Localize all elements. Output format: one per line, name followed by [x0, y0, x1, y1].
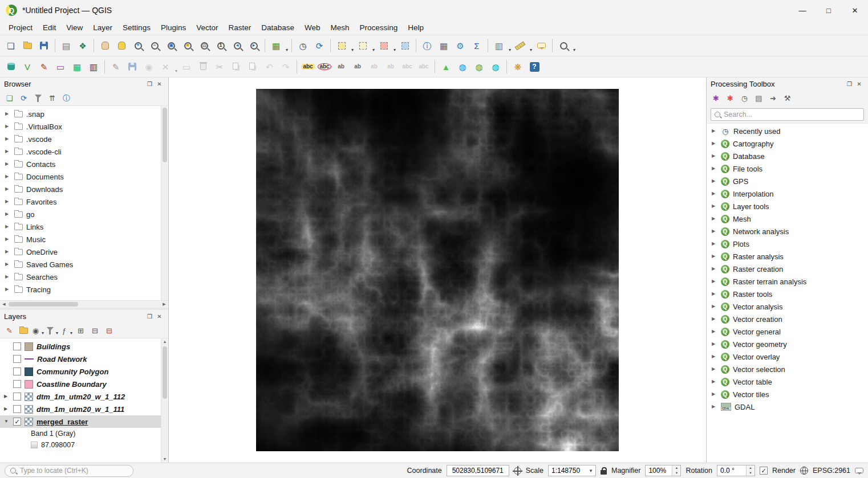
undo-button[interactable]: ↶ — [261, 59, 277, 75]
geonode-button[interactable]: ◍ — [488, 59, 504, 75]
toolbox-group[interactable]: ▶QLayer tools — [707, 200, 868, 213]
dropdown-caret-icon[interactable]: ▾ — [70, 331, 72, 336]
chevron-right-icon[interactable]: ▶ — [4, 407, 10, 411]
open-layer-styling-panel-button[interactable]: ✎ — [3, 324, 16, 337]
menu-plugins[interactable]: Plugins — [156, 21, 191, 35]
new-map-view-button[interactable]: ▦▾ — [268, 38, 289, 54]
layer-visibility-checkbox[interactable] — [13, 393, 21, 401]
close-panel-icon[interactable]: ✕ — [155, 314, 164, 320]
menu-vector[interactable]: Vector — [191, 21, 223, 35]
menu-mesh[interactable]: Mesh — [326, 21, 355, 35]
locate-box[interactable] — [5, 465, 133, 477]
add-group-button[interactable] — [17, 324, 30, 337]
chevron-right-icon[interactable]: ▶ — [5, 162, 11, 166]
scroll-right-icon[interactable]: ▶ — [160, 302, 168, 307]
chevron-right-icon[interactable]: ▶ — [712, 254, 717, 259]
spin-down-icon[interactable]: ▼ — [672, 471, 680, 476]
toolbox-options-button[interactable]: ⚒ — [781, 92, 794, 104]
new-print-layout-button[interactable]: ▤ — [58, 38, 74, 54]
toolbox-group[interactable]: ▶GDALGDAL — [707, 401, 868, 413]
plugin-tool-button[interactable]: ❋ — [510, 59, 526, 75]
float-panel-icon[interactable]: ❐ — [145, 81, 155, 87]
pin-unpin-labels-button[interactable]: ab — [350, 59, 366, 75]
chevron-right-icon[interactable]: ▶ — [712, 379, 717, 384]
dropdown-caret-icon[interactable]: ▾ — [372, 48, 375, 52]
scrollbar-thumb[interactable] — [163, 346, 167, 399]
scroll-down-icon[interactable]: ▼ — [161, 456, 168, 463]
chevron-right-icon[interactable]: ▶ — [712, 179, 717, 183]
temporal-controller-button[interactable]: ◷ — [295, 38, 311, 54]
chevron-right-icon[interactable]: ▶ — [712, 166, 717, 171]
chevron-right-icon[interactable]: ▶ — [712, 242, 717, 246]
close-panel-icon[interactable]: ✕ — [854, 81, 864, 87]
dropdown-caret-icon[interactable]: ▾ — [573, 48, 575, 52]
dropdown-caret-icon[interactable]: ▾ — [530, 48, 532, 52]
chevron-right-icon[interactable]: ▶ — [5, 275, 11, 279]
open-attribute-table-button[interactable]: ▦ — [436, 38, 452, 54]
menu-help[interactable]: Help — [403, 21, 429, 35]
collapse-all-button[interactable]: ⇈ — [46, 92, 59, 104]
chevron-right-icon[interactable]: ▶ — [5, 199, 11, 204]
scripts-button[interactable]: ✱ — [724, 92, 737, 104]
zoom-to-scale-button[interactable]: ▾ — [555, 38, 576, 54]
scroll-left-icon[interactable]: ◀ — [0, 302, 8, 307]
menu-view[interactable]: View — [61, 21, 88, 35]
menu-edit[interactable]: Edit — [38, 21, 61, 35]
add-feature-button[interactable]: ◉ — [141, 59, 157, 75]
chevron-down-icon[interactable]: ▾ — [586, 468, 595, 473]
chevron-right-icon[interactable]: ▶ — [5, 212, 11, 216]
chevron-right-icon[interactable]: ▶ — [712, 367, 717, 371]
chevron-right-icon[interactable]: ▶ — [712, 304, 717, 309]
menu-processing[interactable]: Processing — [355, 21, 403, 35]
toolbox-group[interactable]: ▶QGPS — [707, 175, 868, 187]
chevron-right-icon[interactable]: ▶ — [5, 287, 11, 292]
toolbox-group[interactable]: ▶QVector general — [707, 325, 868, 338]
new-temporary-scratch-layer-button[interactable]: ▭ — [52, 59, 68, 75]
add-selected-layers-button[interactable]: ❏ — [3, 92, 16, 104]
menu-project[interactable]: Project — [3, 21, 38, 35]
data-source-manager-button[interactable]: ▥▾ — [491, 38, 512, 54]
chevron-down-icon[interactable]: ▼ — [4, 419, 10, 424]
layer-visibility-checkbox[interactable] — [13, 355, 21, 363]
toolbox-group[interactable]: ▶QCartography — [707, 137, 868, 150]
dropdown-caret-icon[interactable]: ▾ — [175, 69, 177, 73]
show-hide-labels-button[interactable]: ab — [366, 59, 382, 75]
extents-icon[interactable] — [514, 467, 521, 475]
layer-row[interactable]: Coastline Boundary — [0, 378, 161, 390]
browser-item[interactable]: ▶Downloads — [0, 183, 161, 195]
vertex-tool-button[interactable]: ✕▾ — [157, 59, 178, 75]
filter-browser-button[interactable] — [31, 92, 44, 104]
chevron-right-icon[interactable]: ▶ — [712, 292, 717, 296]
chevron-right-icon[interactable]: ▶ — [712, 279, 717, 284]
close-button[interactable]: ✕ — [842, 0, 868, 21]
chevron-right-icon[interactable]: ▶ — [5, 137, 11, 141]
chevron-right-icon[interactable]: ▶ — [712, 329, 717, 334]
pan-map-button[interactable] — [97, 38, 113, 54]
browser-vertical-scrollbar[interactable] — [161, 106, 168, 300]
browser-properties-button[interactable]: ⓘ — [60, 92, 73, 104]
new-shapefile-layer-button[interactable]: V — [19, 59, 35, 75]
minimize-button[interactable]: — — [789, 0, 816, 21]
browser-item[interactable]: ▶Saved Games — [0, 258, 161, 271]
chevron-right-icon[interactable]: ▶ — [712, 354, 717, 359]
toolbox-group[interactable]: ▶QVector creation — [707, 313, 868, 325]
toolbox-group[interactable]: ▶QVector geometry — [707, 338, 868, 350]
spin-up-icon[interactable]: ▲ — [747, 465, 755, 471]
new-mesh-layer-button[interactable]: ▦ — [69, 59, 85, 75]
menu-database[interactable]: Database — [256, 21, 299, 35]
layer-row[interactable]: Road Network — [0, 353, 161, 365]
chevron-right-icon[interactable]: ▶ — [5, 237, 11, 242]
dropdown-caret-icon[interactable]: ▾ — [394, 48, 396, 52]
toolbox-group[interactable]: ▶QRaster terrain analysis — [707, 275, 868, 288]
toolbox-group[interactable]: ▶QPlots — [707, 238, 868, 250]
layer-visibility-checkbox[interactable] — [13, 342, 21, 350]
messages-icon[interactable] — [855, 468, 863, 473]
magnifier-input[interactable] — [646, 465, 672, 476]
dropdown-caret-icon[interactable]: ▾ — [509, 48, 511, 52]
toolbox-group[interactable]: ▶QVector overlay — [707, 350, 868, 363]
maximize-button[interactable]: □ — [816, 0, 842, 21]
crs-label[interactable]: EPSG:2961 — [813, 467, 850, 475]
zoom-to-layer-button[interactable]: ▤ — [196, 38, 212, 54]
toolbox-group[interactable]: ▶QDatabase — [707, 150, 868, 162]
browser-item[interactable]: ▶.VirtualBox — [0, 120, 161, 133]
